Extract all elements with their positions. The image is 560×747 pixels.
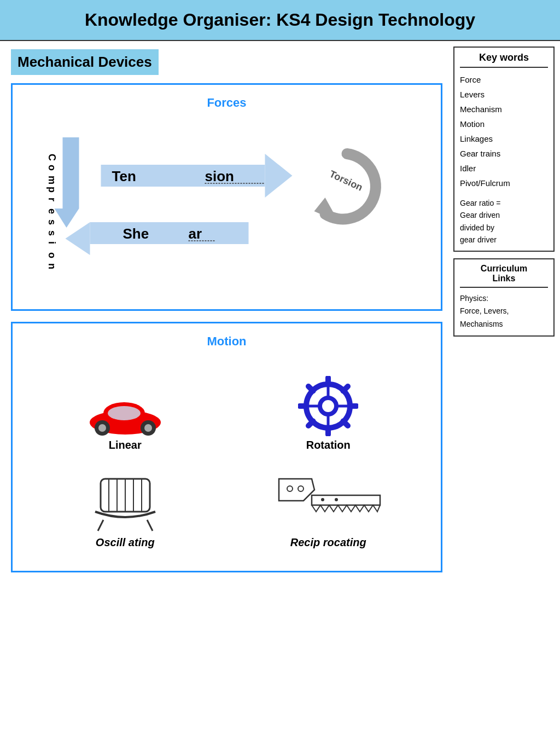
svg-text:Ten: Ten bbox=[112, 168, 136, 184]
svg-text:o: o bbox=[46, 252, 57, 258]
curriculum-box: CurriculumLinks Physics:Force, Levers,Me… bbox=[453, 258, 555, 337]
svg-point-31 bbox=[144, 424, 152, 432]
cradle-icon bbox=[90, 468, 161, 534]
svg-point-57 bbox=[321, 498, 324, 501]
svg-point-33 bbox=[320, 398, 336, 414]
car-icon bbox=[81, 387, 169, 436]
section-title: Mechanical Devices bbox=[11, 49, 159, 75]
key-words-title: Key words bbox=[460, 52, 548, 68]
svg-text:o: o bbox=[46, 165, 57, 171]
svg-rect-0 bbox=[63, 137, 79, 209]
svg-marker-18 bbox=[66, 222, 90, 255]
svg-text:ar: ar bbox=[189, 225, 202, 242]
key-words-list: Force Levers Mechanism Motion Linkages G… bbox=[460, 72, 548, 190]
reciprocating-item: Recip rocating bbox=[230, 462, 428, 554]
page-title: Knowledge Organiser: KS4 Design Technolo… bbox=[5, 10, 555, 30]
content-area: Mechanical Devices Forces C o m p r e s … bbox=[0, 41, 451, 592]
svg-text:e: e bbox=[46, 209, 57, 214]
svg-line-53 bbox=[147, 520, 153, 531]
svg-text:r: r bbox=[46, 198, 57, 201]
svg-line-35 bbox=[343, 386, 348, 391]
oscillating-item: Oscill ating bbox=[26, 462, 224, 554]
gear-icon bbox=[298, 376, 358, 436]
key-word-linkages: Linkages bbox=[460, 131, 548, 146]
motion-grid: Linear bbox=[21, 360, 433, 560]
key-word-motion: Motion bbox=[460, 117, 548, 131]
svg-marker-14 bbox=[265, 154, 293, 198]
forces-svg: C o m p r e s s i o n Ten sion bbox=[21, 121, 433, 296]
svg-text:p: p bbox=[46, 187, 57, 193]
key-words-box: Key words Force Levers Mechanism Motion … bbox=[453, 47, 555, 252]
svg-marker-1 bbox=[55, 209, 79, 228]
key-word-force: Force bbox=[460, 72, 548, 87]
oscillating-label: Oscill ating bbox=[96, 536, 155, 549]
motion-diagram-box: Motion bbox=[11, 322, 442, 572]
main-layout: Mechanical Devices Forces C o m p r e s … bbox=[0, 41, 560, 592]
svg-line-37 bbox=[343, 421, 348, 426]
rotation-item: Rotation bbox=[230, 365, 428, 457]
motion-diagram-title: Motion bbox=[21, 334, 433, 349]
svg-text:n: n bbox=[46, 263, 57, 269]
key-word-mechanism: Mechanism bbox=[460, 102, 548, 117]
svg-text:s: s bbox=[46, 230, 57, 236]
svg-text:s: s bbox=[46, 219, 57, 225]
svg-point-58 bbox=[335, 498, 338, 501]
svg-point-56 bbox=[298, 486, 304, 491]
key-word-pivot: Pivot/Fulcrum bbox=[460, 176, 548, 190]
svg-point-27 bbox=[108, 406, 141, 420]
page-header: Knowledge Organiser: KS4 Design Technolo… bbox=[0, 0, 560, 41]
svg-line-41 bbox=[308, 386, 313, 391]
key-words-note: Gear ratio =Gear drivendivided bygear dr… bbox=[460, 197, 548, 246]
svg-text:sion: sion bbox=[205, 168, 234, 184]
linear-label: Linear bbox=[109, 439, 142, 451]
svg-rect-19 bbox=[90, 222, 249, 244]
svg-line-39 bbox=[308, 421, 313, 426]
svg-text:m: m bbox=[46, 176, 57, 184]
svg-text:i: i bbox=[46, 241, 57, 244]
linear-item: Linear bbox=[26, 365, 224, 457]
key-word-gear-trains: Gear trains bbox=[460, 146, 548, 161]
curriculum-content: Physics:Force, Levers,Mechanisms bbox=[460, 292, 548, 331]
sidebar: Key words Force Levers Mechanism Motion … bbox=[451, 41, 560, 592]
key-word-idler: Idler bbox=[460, 161, 548, 176]
rotation-label: Rotation bbox=[306, 439, 351, 451]
svg-text:C: C bbox=[46, 154, 57, 161]
svg-text:She: She bbox=[123, 225, 149, 242]
curriculum-title: CurriculumLinks bbox=[460, 264, 548, 288]
svg-point-55 bbox=[287, 486, 293, 491]
svg-point-29 bbox=[98, 424, 106, 432]
forces-diagram-box: Forces C o m p r e s s i o n bbox=[11, 83, 442, 311]
svg-line-52 bbox=[98, 520, 103, 531]
reciprocating-label: Recip rocating bbox=[290, 536, 366, 549]
key-word-levers: Levers bbox=[460, 87, 548, 102]
forces-diagram-title: Forces bbox=[21, 96, 433, 110]
svg-text:Torsion: Torsion bbox=[328, 168, 364, 193]
saw-icon bbox=[273, 468, 383, 534]
